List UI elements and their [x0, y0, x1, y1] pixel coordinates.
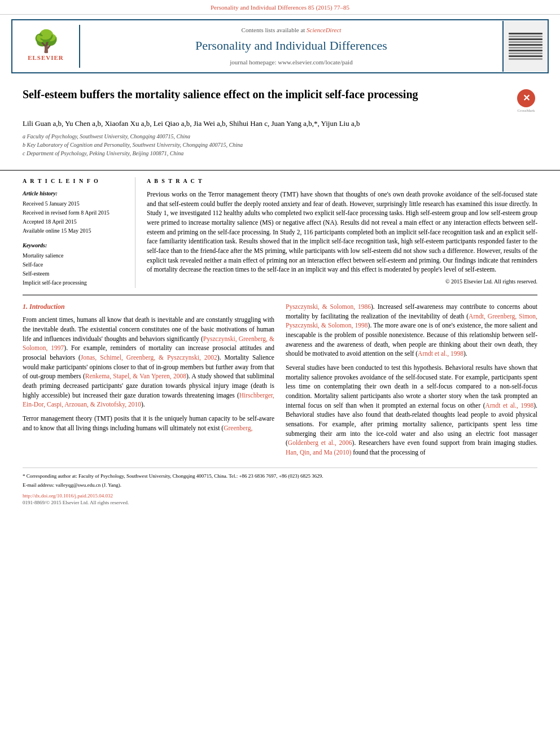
affiliation-c: c Department of Psychology, Peking Unive… [23, 149, 537, 158]
article-title: Self-esteem buffers the mortality salien… [23, 87, 506, 102]
keyword-2: Self-face [23, 261, 124, 269]
footnote-section: * Corresponding author at: Faculty of Ps… [23, 468, 537, 506]
ref-jonas-2002[interactable]: Jonas, Schimel, Greenberg, & Pyszczynski… [81, 354, 217, 361]
journal-cover-image [502, 21, 548, 72]
elsevier-brand-text: ELSEVIER [28, 54, 64, 62]
abstract-column: A B S T R A C T Previous works on the Te… [135, 177, 537, 288]
journal-header: 🌳 ELSEVIER Contents lists available at S… [11, 19, 549, 73]
affiliation-b: b Key Laboratory of Cognition and Person… [23, 141, 537, 149]
keyword-1: Mortality salience [23, 252, 124, 260]
corresponding-author-note: * Corresponding author at: Faculty of Ps… [23, 473, 537, 480]
intro-para-1: From ancient times, humans all know that… [23, 315, 274, 409]
authors-text: Lili Guan a,b, Yu Chen a,b, Xiaofan Xu a… [23, 119, 360, 128]
history-accepted: Accepted 18 April 2015 [23, 218, 124, 226]
article-info-label: A R T I C L E I N F O [23, 177, 124, 185]
introduction-heading: 1. Introduction [23, 302, 274, 312]
affiliations: a Faculty of Psychology, Southwest Unive… [23, 132, 537, 158]
doi-link[interactable]: http://dx.doi.org/10.1016/j.paid.2015.04… [23, 492, 537, 500]
ref-greenberg-1986[interactable]: Greenberg, [224, 425, 252, 431]
sciencedirect-link[interactable]: ScienceDirect [307, 27, 341, 33]
ref-han-2010[interactable]: Han, Qin, and Ma (2010) [286, 449, 351, 456]
article-title-row: Self-esteem buffers the mortality salien… [23, 87, 537, 114]
journal-title: Personality and Individual Differences [91, 37, 491, 55]
intro-para-4: Several studies have been conducted to t… [286, 363, 537, 457]
ref-arndt-1998b[interactable]: Arndt et al., 1998 [418, 350, 463, 357]
body-col-left: 1. Introduction From ancient times, huma… [23, 302, 274, 462]
ref-pyszczynski-1997[interactable]: Pyszczynski, Greenberg, & Solomon, 1997 [23, 335, 274, 352]
article-info-column: A R T I C L E I N F O Article history: R… [23, 177, 135, 288]
header-center: Contents lists available at ScienceDirec… [80, 20, 502, 72]
issn-copyright: 0191-8869/© 2015 Elsevier Ltd. All right… [23, 499, 537, 506]
journal-citation-bar: Personality and Individual Differences 8… [0, 0, 560, 15]
authors-line: Lili Guan a,b, Yu Chen a,b, Xiaofan Xu a… [23, 119, 537, 129]
ref-hirschberger-2010[interactable]: Hirschberger, Ein-Dor, Caspi, Arzouan, &… [23, 392, 274, 408]
section-divider [23, 295, 537, 295]
cover-lines [509, 33, 542, 60]
crossmark-symbol: ✕ [523, 92, 530, 104]
ref-pyszczynski-solomon-1986[interactable]: Pyszczynski, & Solomon, 1986 [286, 303, 371, 310]
homepage-line: journal homepage: www.elsevier.com/locat… [91, 58, 491, 67]
keywords-label: Keywords: [23, 242, 124, 250]
elsevier-tree-icon: 🌳 [33, 30, 59, 52]
history-label: Article history: [23, 190, 124, 198]
homepage-prefix: journal homepage: [230, 59, 278, 65]
ref-arndt-1998a[interactable]: Arndt, Greenberg, Simon, Pyszczynski, & … [286, 313, 537, 329]
body-col-right: Pyszczynski, & Solomon, 1986). Increased… [286, 302, 537, 462]
ref-arndt-1998c[interactable]: Arndt et al., 1998 [485, 402, 534, 409]
intro-para-2: Terror management theory (TMT) posits th… [23, 414, 274, 433]
crossmark-label: CrossMark [517, 108, 535, 114]
sciencedirect-line: Contents lists available at ScienceDirec… [91, 26, 491, 34]
intro-para-3: Pyszczynski, & Solomon, 1986). Increased… [286, 302, 537, 359]
article-title-section: Self-esteem buffers the mortality salien… [0, 78, 560, 168]
history-received: Received 5 January 2015 [23, 200, 124, 208]
keyword-3: Self-esteem [23, 270, 124, 278]
journal-citation-text: Personality and Individual Differences 8… [211, 4, 349, 11]
history-revised: Received in revised form 8 April 2015 [23, 209, 124, 217]
ref-renkema-2008[interactable]: Renkema, Stapel, & Van Yperen, 2008 [85, 373, 186, 379]
abstract-text: Previous works on the Terror management … [147, 190, 537, 274]
contents-available-text: Contents lists available at [242, 27, 307, 33]
body-section: 1. Introduction From ancient times, huma… [0, 302, 560, 462]
abstract-copyright: © 2015 Elsevier Ltd. All rights reserved… [147, 278, 537, 286]
history-online: Available online 15 May 2015 [23, 227, 124, 235]
crossmark-circle: ✕ [517, 89, 535, 107]
email-note: E-mail address: valleyqg@swu.edu.cn (J. … [23, 482, 537, 489]
keywords-section: Keywords: Mortality salience Self-face S… [23, 242, 124, 287]
crossmark-badge: ✕ CrossMark [515, 89, 537, 114]
ref-goldenberg-2006[interactable]: Goldenberg et al., 2006 [288, 439, 352, 446]
abstract-label: A B S T R A C T [147, 177, 537, 185]
page: Personality and Individual Differences 8… [0, 0, 560, 747]
article-info-abstract-section: A R T I C L E I N F O Article history: R… [0, 170, 560, 288]
homepage-url[interactable]: www.elsevier.com/locate/paid [278, 59, 352, 65]
elsevier-logo: 🌳 ELSEVIER [12, 25, 80, 68]
keyword-4: Implicit self-face processing [23, 279, 124, 287]
affiliation-a: a Faculty of Psychology, Southwest Unive… [23, 132, 537, 141]
